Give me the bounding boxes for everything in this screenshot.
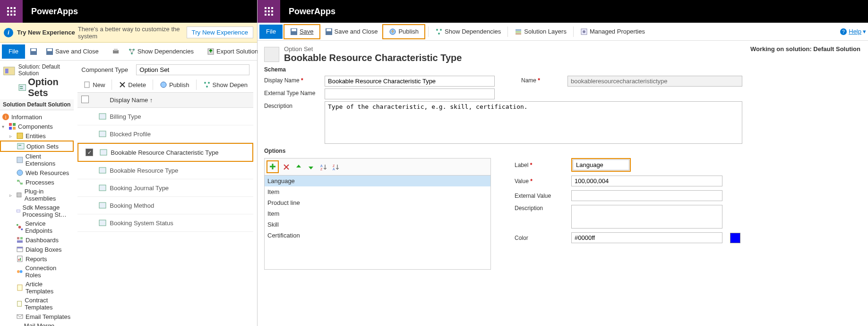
- move-down-button[interactable]: [306, 162, 316, 172]
- tree-entities[interactable]: ▹Entities: [0, 131, 74, 141]
- option-row[interactable]: Language: [265, 176, 490, 186]
- save-button[interactable]: Save: [286, 26, 318, 37]
- external-type-name-input[interactable]: [325, 88, 495, 99]
- svg-rect-1: [10, 7, 12, 9]
- tree-article-templates[interactable]: Article Templates: [0, 280, 74, 296]
- svg-rect-80: [327, 29, 331, 31]
- help-link[interactable]: ?Help ▾: [840, 28, 866, 35]
- grid-row-selected[interactable]: ✓Bookable Resource Characteristic Type: [77, 143, 253, 162]
- option-color-input[interactable]: [571, 232, 722, 243]
- svg-point-57: [161, 82, 166, 88]
- tree-dialog-boxes[interactable]: Dialog Boxes: [0, 245, 74, 254]
- tree-plugin-assemblies[interactable]: ▹Plug-in Assemblies: [0, 187, 74, 203]
- delete-button[interactable]: Delete: [115, 79, 150, 90]
- option-description-textarea[interactable]: [571, 205, 722, 229]
- row-checkbox[interactable]: ✓: [86, 149, 93, 156]
- svg-rect-86: [516, 31, 521, 33]
- description-textarea[interactable]: Type of the characteristic, e.g. skill, …: [325, 101, 742, 144]
- save-and-close-button[interactable]: Save and Close: [42, 46, 103, 57]
- banner-text: There's a better way to customize the sy…: [78, 26, 187, 40]
- option-value-input[interactable]: [571, 176, 722, 186]
- tree-processes[interactable]: Processes: [0, 177, 74, 187]
- tree-dashboards[interactable]: Dashboards: [0, 235, 74, 245]
- option-row[interactable]: Item: [265, 186, 490, 197]
- option-external-value-input[interactable]: [571, 190, 722, 201]
- tree-information[interactable]: iInformation: [0, 112, 74, 122]
- try-new-experience-button[interactable]: Try New Experience: [187, 26, 254, 38]
- show-dependencies-button[interactable]: Show Dependencies: [124, 46, 198, 57]
- save-and-close-button[interactable]: Save and Close: [321, 26, 382, 37]
- grid-row[interactable]: Blocked Profile: [77, 125, 253, 143]
- export-solution-button[interactable]: Export Solution: [203, 46, 262, 57]
- sort-asc-button[interactable]: AZ: [318, 162, 328, 172]
- color-swatch[interactable]: [730, 233, 740, 243]
- solution-layers-button[interactable]: Solution Layers: [511, 26, 570, 37]
- new-button[interactable]: New: [79, 79, 109, 90]
- left-grid-area: Component Type New Delete Publish Show D…: [74, 61, 257, 326]
- publish-button[interactable]: Publish: [156, 79, 193, 90]
- move-up-button[interactable]: [294, 162, 303, 172]
- display-name-input[interactable]: [325, 76, 495, 87]
- grid-header-display-name[interactable]: Display Name ↑: [110, 97, 249, 104]
- save-close-label: Save and Close: [55, 48, 99, 55]
- grid-row[interactable]: Booking System Status: [77, 214, 253, 232]
- tree-sdk-message[interactable]: Sdk Message Processing St…: [0, 203, 74, 219]
- svg-rect-72: [268, 10, 270, 12]
- options-section-label: Options: [264, 148, 861, 154]
- tree-email-templates[interactable]: Email Templates: [0, 312, 74, 321]
- option-row[interactable]: Item: [265, 208, 490, 219]
- sort-desc-button[interactable]: ZA: [331, 162, 340, 172]
- option-label-input[interactable]: [573, 159, 629, 170]
- app-launcher-icon[interactable]: [0, 0, 23, 23]
- svg-rect-46: [17, 247, 23, 248]
- svg-rect-21: [19, 85, 26, 90]
- svg-rect-69: [268, 7, 270, 9]
- svg-rect-35: [17, 180, 19, 182]
- show-dependencies-button[interactable]: Show Dependencies: [431, 26, 505, 37]
- show-dep-label: Show Dependencies: [138, 48, 194, 55]
- svg-rect-87: [516, 33, 521, 35]
- option-row[interactable]: Product line: [265, 197, 490, 208]
- select-all-checkbox[interactable]: [81, 96, 89, 103]
- tree-components[interactable]: ▾Components: [0, 122, 74, 131]
- tree-service-endpoints[interactable]: Service Endpoints: [0, 219, 74, 235]
- managed-properties-button[interactable]: Managed Properties: [576, 26, 649, 37]
- publish-button[interactable]: Publish: [385, 26, 422, 37]
- svg-rect-12: [47, 49, 52, 51]
- grid-row[interactable]: Booking Journal Type: [77, 179, 253, 197]
- add-option-button[interactable]: [268, 162, 277, 171]
- svg-rect-23: [20, 88, 23, 89]
- tree-connection-roles[interactable]: Connection Roles: [0, 264, 74, 280]
- delete-option-button[interactable]: [282, 162, 291, 172]
- export-label: Export Solution: [216, 48, 258, 55]
- show-dependencies-button-grid[interactable]: Show Depen: [199, 79, 251, 90]
- grid-row[interactable]: Booking Method: [77, 197, 253, 214]
- file-button[interactable]: File: [259, 25, 283, 39]
- print-icon-button[interactable]: [108, 46, 123, 57]
- option-row[interactable]: Certification: [265, 230, 490, 241]
- file-button[interactable]: File: [2, 44, 25, 59]
- tree-reports[interactable]: Reports: [0, 254, 74, 264]
- save-icon-button[interactable]: [26, 46, 41, 57]
- tree-option-sets[interactable]: Option Sets: [0, 141, 74, 152]
- external-type-name-label: External Type Name: [264, 88, 321, 97]
- tree-client-extensions[interactable]: Client Extensions: [0, 152, 74, 168]
- info-icon: i: [4, 28, 13, 37]
- tree-web-resources[interactable]: Web Resources: [0, 168, 74, 177]
- svg-rect-48: [18, 259, 19, 261]
- component-type-input[interactable]: [136, 64, 249, 75]
- schema-section-label: Schema: [264, 66, 861, 73]
- option-row[interactable]: Skill: [265, 219, 490, 230]
- svg-rect-27: [13, 123, 16, 126]
- svg-point-83: [440, 29, 442, 31]
- svg-rect-20: [5, 69, 9, 73]
- right-pane: PowerApps File Save Save and Close Publi…: [258, 0, 868, 326]
- tree-contract-templates[interactable]: Contract Templates: [0, 296, 74, 312]
- grid-row[interactable]: Billing Type: [77, 108, 253, 125]
- tree-mail-merge-templates[interactable]: Mail Merge Templates: [0, 321, 74, 326]
- grid-row[interactable]: Bookable Resource Type: [77, 162, 253, 179]
- app-launcher-icon[interactable]: [258, 0, 280, 23]
- page-title: Option Sets: [28, 77, 72, 98]
- svg-point-59: [208, 82, 210, 84]
- svg-point-51: [20, 270, 23, 273]
